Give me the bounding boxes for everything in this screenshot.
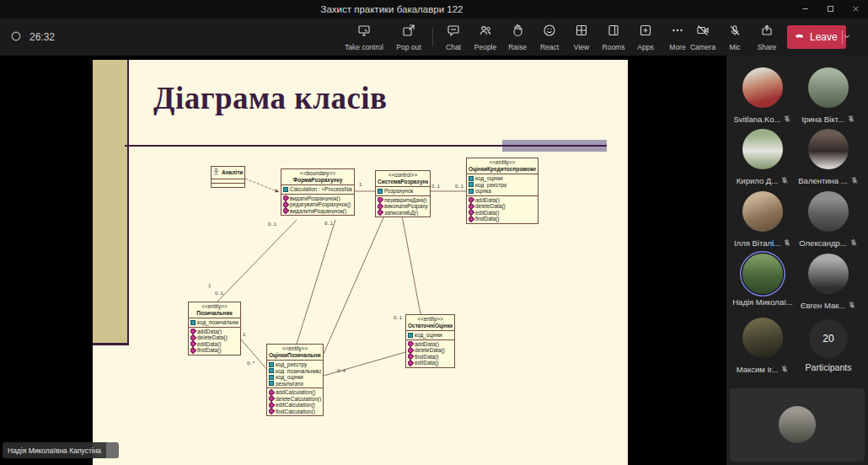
attribute-icon bbox=[469, 189, 474, 194]
toolbar-button-apps[interactable]: Apps bbox=[630, 19, 662, 56]
uml-class-header: <<entity>>ОстаточніОцінки bbox=[406, 315, 454, 331]
toolbar-button-camera[interactable]: Camera bbox=[687, 19, 719, 56]
people-icon bbox=[479, 24, 492, 40]
uml-connection-lines bbox=[0, 56, 726, 465]
operation-icon bbox=[469, 210, 474, 216]
participant-tile[interactable]: Кирило Д... bbox=[730, 129, 796, 188]
attribute-icon bbox=[190, 320, 196, 325]
operation-label: addCalculation() bbox=[276, 389, 315, 396]
toolbar-button-raise[interactable]: Raise bbox=[501, 19, 533, 56]
attribute-label: оцінка bbox=[475, 188, 491, 195]
operation-label: editData() bbox=[197, 341, 222, 348]
operation-icon bbox=[378, 197, 383, 204]
uml-operations-compartment: addData()deleteData()findData()editData(… bbox=[406, 340, 454, 367]
uml-operation: перевіритиДані() bbox=[378, 197, 428, 204]
attribute-label: код_позичальника bbox=[276, 368, 321, 375]
uml-class-header: <<entity>>Позичальник bbox=[189, 302, 240, 318]
toolbar-button-pop-out[interactable]: Pop out bbox=[389, 19, 428, 56]
uml-class-name: СистемаРозрахунку bbox=[378, 179, 428, 185]
leave-options-button[interactable] bbox=[842, 30, 851, 44]
operation-label: addData() bbox=[197, 329, 222, 335]
operation-icon bbox=[269, 389, 275, 396]
uml-attribute: результати bbox=[269, 381, 321, 388]
participants-overflow-label: Participants bbox=[787, 362, 868, 372]
participant-tile[interactable]: Євген Мак... bbox=[796, 254, 861, 313]
uml-attributes-compartment: Calculation : <ProcessName> bbox=[281, 185, 354, 195]
toolbar-button-chat[interactable]: Chat bbox=[437, 19, 469, 56]
participant-tile[interactable]: Ірина Вікт... bbox=[796, 67, 861, 126]
participant-name: Ілля Віталі... bbox=[734, 238, 780, 248]
participants-overflow-tile[interactable]: 20Participants bbox=[796, 318, 861, 377]
uml-class-ostatochni-otsinky: <<entity>>ОстаточніОцінкикод_оцінкиaddDa… bbox=[405, 314, 455, 368]
toolbar-button-people[interactable]: People bbox=[469, 19, 501, 56]
operation-label: findCalculation() bbox=[276, 409, 315, 415]
operation-label: deleteData() bbox=[475, 203, 506, 210]
toolbar-button-label: Rooms bbox=[603, 43, 625, 51]
uml-class-name: Аналітик bbox=[222, 169, 243, 176]
avatar bbox=[742, 254, 783, 294]
actor-icon bbox=[213, 168, 219, 178]
toolbar-button-share[interactable]: Share bbox=[751, 19, 783, 56]
uml-operations-compartment: видатиРозрахунок()редагуватиРозрахунок()… bbox=[281, 195, 354, 216]
pop-out-icon bbox=[402, 24, 415, 40]
presenter-name: Надія Миколаївна Капустіна bbox=[3, 442, 106, 458]
uml-class-diagram: Аналітик<<boundary>>ФормаРозрахункуCalcu… bbox=[0, 56, 726, 465]
participant-name-row: Ірина Вікт... bbox=[789, 111, 868, 126]
react-icon bbox=[543, 24, 556, 40]
toolbar-button-take-control[interactable]: Take control bbox=[339, 19, 389, 56]
uml-multiplicity: 0..1 bbox=[215, 291, 223, 296]
participant-tile[interactable]: Валентина ... bbox=[796, 129, 861, 188]
teams-meeting-window: Захист практики бакалаври 122 26:32 Take… bbox=[0, 0, 868, 465]
maximize-button[interactable] bbox=[817, 0, 843, 19]
uml-class-name: ОцінкиПозичальника bbox=[269, 352, 321, 359]
attribute-label: результати bbox=[276, 381, 303, 388]
participant-tile[interactable]: Svitlana.Ko... bbox=[730, 67, 796, 126]
uml-multiplicity: 1 bbox=[208, 283, 211, 288]
self-view-tile[interactable] bbox=[730, 388, 865, 462]
uml-class-name: Позичальник bbox=[190, 310, 238, 317]
operation-icon bbox=[378, 210, 383, 216]
uml-operation: findData() bbox=[408, 354, 453, 361]
uml-multiplicity: 1 bbox=[243, 332, 245, 337]
close-icon bbox=[851, 2, 860, 17]
participant-tile[interactable]: Ілля Віталі... bbox=[730, 191, 796, 250]
uml-class-forma-rozrakhunku: <<boundary>>ФормаРозрахункуCalculation :… bbox=[281, 168, 355, 216]
uml-class-header: <<entity>>ОцінкиКредитоспроможності bbox=[467, 158, 538, 174]
toolbar-button-label: Pop out bbox=[396, 43, 421, 51]
operation-label: addData() bbox=[415, 341, 439, 348]
operation-icon bbox=[378, 203, 383, 210]
toolbar-button-rooms[interactable]: Rooms bbox=[597, 19, 630, 56]
participant-tile[interactable]: Максим Іг... bbox=[730, 318, 796, 377]
uml-attribute: Calculation : <ProcessName> bbox=[283, 186, 352, 193]
operation-icon bbox=[408, 360, 414, 366]
close-button[interactable] bbox=[843, 0, 868, 19]
mic-off-icon bbox=[850, 173, 859, 188]
operation-icon bbox=[269, 409, 275, 415]
toolbar-button-mic[interactable]: Mic bbox=[719, 19, 751, 56]
avatar bbox=[742, 67, 783, 108]
uml-stereotype: <<entity>> bbox=[469, 159, 536, 166]
toolbar-button-react[interactable]: React bbox=[533, 19, 565, 56]
uml-attributes-compartment: код_позичальника bbox=[189, 318, 240, 328]
leave-button[interactable]: Leave bbox=[787, 25, 846, 49]
mic-off-icon bbox=[848, 297, 856, 313]
attribute-icon bbox=[469, 176, 474, 181]
participant-name-row: Євген Мак... bbox=[789, 297, 868, 313]
participant-tile[interactable]: Надія Миколаї... bbox=[730, 254, 796, 313]
uml-class-analityk: Аналітик bbox=[211, 166, 245, 188]
uml-operation: deleteData() bbox=[408, 347, 453, 354]
participant-tile[interactable]: Олександр... bbox=[796, 191, 861, 250]
view-grid-icon bbox=[575, 24, 588, 40]
toolbar-center: Take controlPop out ChatPeopleRaiseReact… bbox=[339, 19, 694, 56]
operation-label: editData() bbox=[415, 360, 439, 366]
uml-multiplicity: 0..1 bbox=[324, 221, 333, 226]
toolbar-button-view[interactable]: View bbox=[565, 19, 597, 56]
chat-icon bbox=[447, 24, 460, 40]
uml-multiplicity: 0..* bbox=[247, 361, 255, 366]
rooms-icon bbox=[607, 24, 620, 40]
uml-multiplicity: 0..1 bbox=[455, 184, 463, 189]
minimize-button[interactable] bbox=[792, 0, 817, 19]
toolbar-button-label: View bbox=[574, 43, 589, 51]
maximize-icon bbox=[826, 2, 835, 17]
operation-icon bbox=[283, 201, 289, 208]
